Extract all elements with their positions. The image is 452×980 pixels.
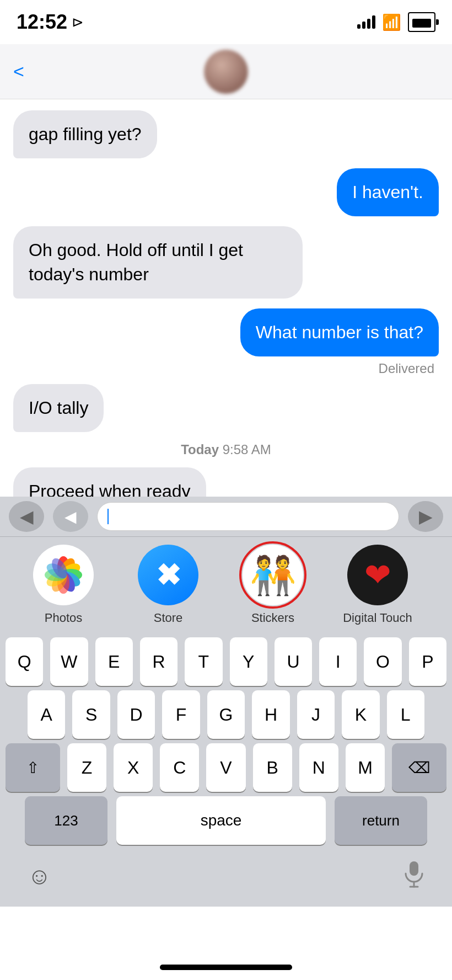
key-k[interactable]: K xyxy=(342,690,379,739)
message-row: I haven't. xyxy=(13,168,439,216)
mic-key[interactable] xyxy=(403,860,424,893)
right-arrow-button[interactable]: ▶ xyxy=(408,501,443,532)
emoji-key[interactable]: ☺ xyxy=(28,863,51,890)
message-bubble: I/O tally xyxy=(13,384,104,432)
key-y[interactable]: Y xyxy=(230,637,267,686)
store-icon-circle: ✖ xyxy=(138,545,198,605)
key-m[interactable]: M xyxy=(346,743,385,792)
keyboard: Q W E R T Y U I O P A S D F G H J K L ⇧ … xyxy=(0,633,452,851)
stickers-label: Stickers xyxy=(251,611,294,625)
message-bubble: What number is that? xyxy=(240,308,439,356)
delivered-label: Delivered xyxy=(13,361,439,376)
back-button[interactable]: < xyxy=(13,61,24,82)
store-label: Store xyxy=(154,611,183,625)
keyboard-row-3: ⇧ Z X C V B N M ⌫ xyxy=(0,739,452,792)
digital-touch-icon-circle: ❤ xyxy=(347,545,408,605)
heart-icon: ❤ xyxy=(364,556,391,594)
timestamp: Today 9:58 AM xyxy=(13,442,439,457)
status-icons: 📶 xyxy=(357,12,435,32)
backspace-key[interactable]: ⌫ xyxy=(392,743,446,792)
key-d[interactable]: D xyxy=(117,690,155,739)
key-w[interactable]: W xyxy=(50,637,88,686)
stickers-emoji: 🧑‍🤝‍🧑 xyxy=(250,556,297,594)
key-f[interactable]: F xyxy=(162,690,200,739)
key-j[interactable]: J xyxy=(297,690,335,739)
scroll-arrow-button[interactable]: ◀ xyxy=(53,501,88,532)
key-c[interactable]: C xyxy=(160,743,199,792)
key-o[interactable]: O xyxy=(364,637,401,686)
keyboard-row-4: 123 space return xyxy=(0,792,452,851)
key-g[interactable]: G xyxy=(207,690,245,739)
key-h[interactable]: H xyxy=(252,690,289,739)
key-r[interactable]: R xyxy=(140,637,177,686)
key-v[interactable]: V xyxy=(206,743,245,792)
contact-avatar[interactable] xyxy=(204,50,248,94)
message-bubble: Oh good. Hold off until I get today's nu… xyxy=(13,226,303,298)
key-b[interactable]: B xyxy=(253,743,292,792)
key-z[interactable]: Z xyxy=(67,743,106,792)
key-u[interactable]: U xyxy=(275,637,312,686)
key-l[interactable]: L xyxy=(387,690,424,739)
key-q[interactable]: Q xyxy=(6,637,43,686)
key-x[interactable]: X xyxy=(114,743,153,792)
app-drawer: Photos ✖ Store 🧑‍🤝‍🧑 Stickers ❤ Digital … xyxy=(0,536,452,633)
message-row: What number is that? xyxy=(13,308,439,356)
messages-area: gap filling yet? I haven't. Oh good. Hol… xyxy=(0,99,452,497)
battery-icon xyxy=(408,12,435,32)
space-key[interactable]: space xyxy=(116,796,326,845)
return-key[interactable]: return xyxy=(335,796,427,845)
key-t[interactable]: T xyxy=(185,637,222,686)
message-bubble: I haven't. xyxy=(337,168,439,216)
stickers-icon-circle: 🧑‍🤝‍🧑 xyxy=(243,545,303,605)
key-e[interactable]: E xyxy=(95,637,133,686)
key-s[interactable]: S xyxy=(72,690,110,739)
key-p[interactable]: P xyxy=(409,637,446,686)
app-drawer-digital-touch[interactable]: ❤ Digital Touch xyxy=(325,545,430,625)
app-drawer-stickers[interactable]: 🧑‍🤝‍🧑 Stickers xyxy=(220,545,325,625)
left-arrow-button[interactable]: ◀ xyxy=(9,501,44,532)
input-row: ◀ ◀ ▶ xyxy=(0,497,452,536)
status-bar: 12:52 ⊳ 📶 xyxy=(0,0,452,44)
message-row: Proceed when ready xyxy=(13,467,439,497)
message-row: gap filling yet? xyxy=(13,110,439,158)
signal-icon xyxy=(357,15,375,29)
app-drawer-store[interactable]: ✖ Store xyxy=(116,545,220,625)
message-bubble: Proceed when ready xyxy=(13,467,206,497)
bottom-bar: ☺ xyxy=(0,851,452,907)
key-n[interactable]: N xyxy=(299,743,338,792)
message-input[interactable] xyxy=(97,502,399,531)
svg-rect-13 xyxy=(410,861,418,876)
numbers-key[interactable]: 123 xyxy=(25,796,107,845)
shift-key[interactable]: ⇧ xyxy=(6,743,60,792)
app-drawer-photos[interactable]: Photos xyxy=(11,545,116,625)
status-time: 12:52 xyxy=(17,10,67,34)
photos-label: Photos xyxy=(45,611,83,625)
photos-icon-circle xyxy=(33,545,94,605)
location-icon: ⊳ xyxy=(72,14,84,31)
digital-touch-label: Digital Touch xyxy=(343,611,412,625)
nav-bar: < xyxy=(0,44,452,99)
message-row: I/O tally xyxy=(13,384,439,432)
keyboard-row-2: A S D F G H J K L xyxy=(0,686,452,739)
store-glyph: ✖ xyxy=(156,558,181,593)
wifi-icon: 📶 xyxy=(382,13,401,31)
keyboard-row-1: Q W E R T Y U I O P xyxy=(0,633,452,686)
message-row: Oh good. Hold off until I get today's nu… xyxy=(13,226,439,298)
key-a[interactable]: A xyxy=(28,690,65,739)
message-bubble: gap filling yet? xyxy=(13,110,157,158)
key-i[interactable]: I xyxy=(319,637,357,686)
home-indicator xyxy=(160,965,292,970)
